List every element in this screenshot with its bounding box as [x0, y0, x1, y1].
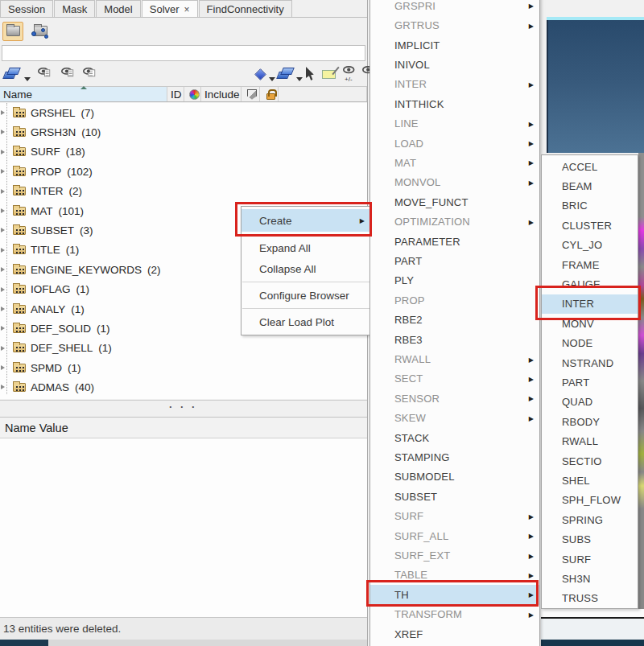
expander-icon[interactable] [1, 267, 5, 272]
th-submenu-item[interactable]: NSTRAND [542, 353, 638, 372]
th-submenu-item[interactable]: SHEL [542, 471, 638, 490]
tree-item[interactable]: INTER (2) [0, 182, 367, 201]
create-submenu-item[interactable]: XREF ▶ [370, 624, 539, 644]
tab[interactable]: Model [96, 0, 140, 17]
create-submenu-item[interactable]: LINE ▶ [370, 113, 539, 133]
th-submenu-item[interactable]: FRAME [542, 255, 638, 274]
create-submenu-item[interactable]: SENSOR ▶ [370, 389, 539, 408]
create-submenu-item[interactable]: STAMPING ▶ [370, 447, 539, 467]
expander-icon[interactable] [1, 365, 5, 370]
eye-folder-icon[interactable] [83, 68, 97, 76]
tree-item[interactable]: ADMAS (40) [0, 377, 367, 397]
tree-item[interactable]: GRSHEL (7) [0, 103, 367, 122]
tree-item[interactable]: SURF (18) [0, 142, 367, 162]
expander-icon[interactable] [1, 326, 5, 331]
create-submenu-item[interactable]: STACK ▶ [370, 428, 539, 447]
create-submenu-item[interactable]: RBE3 ▶ [370, 330, 539, 349]
column-name[interactable]: Name [0, 87, 167, 101]
th-submenu-item[interactable]: SURF [542, 549, 638, 569]
column-state[interactable] [242, 87, 260, 101]
tab-close-icon[interactable]: × [184, 4, 190, 15]
create-submenu-item[interactable]: TABLE ▶ [370, 566, 539, 585]
tab[interactable]: Session [0, 0, 53, 17]
expander-icon[interactable] [1, 307, 5, 311]
folder-view-button[interactable] [2, 22, 23, 41]
expander-icon[interactable] [1, 385, 5, 389]
th-submenu-item[interactable]: BEAM [542, 176, 638, 195]
create-submenu-item[interactable]: SURF_EXT ▶ [370, 545, 539, 565]
expander-icon[interactable] [1, 150, 5, 154]
create-submenu-item[interactable]: PLY ▶ [370, 271, 539, 290]
tab[interactable]: Solver × [142, 0, 198, 17]
filter-input[interactable] [2, 45, 365, 61]
create-submenu-item[interactable]: SECT ▶ [370, 369, 539, 389]
create-submenu-item[interactable]: SUBMODEL ▶ [370, 467, 539, 487]
create-submenu-item[interactable]: SKEW ▶ [370, 409, 539, 428]
th-submenu-item[interactable]: NODE [542, 334, 638, 353]
create-submenu-item[interactable]: IMPLICIT ▶ [370, 35, 539, 55]
column-lock[interactable] [260, 87, 279, 101]
create-submenu-item[interactable]: INIVOL ▶ [370, 55, 539, 74]
th-submenu-item[interactable]: GAUGE [542, 274, 638, 294]
th-submenu-item[interactable]: ACCEL [542, 157, 638, 176]
create-submenu-item[interactable]: TH ▶ [370, 585, 539, 604]
th-submenu-item[interactable]: SPRING [542, 510, 638, 529]
context-menu-item[interactable]: Collapse All ▶ [242, 258, 370, 279]
create-submenu-item[interactable]: MOVE_FUNCT ▶ [370, 192, 539, 212]
connectivity-view-button[interactable] [30, 22, 51, 41]
create-submenu-item[interactable]: SURF ▶ [370, 507, 539, 526]
create-submenu-item[interactable]: RBE2 ▶ [370, 311, 539, 330]
layers-dropdown-icon[interactable] [4, 68, 20, 80]
tab[interactable]: FindConnectivity [199, 0, 292, 17]
expander-icon[interactable] [1, 248, 5, 253]
th-submenu-item[interactable]: TRUSS [542, 589, 638, 608]
context-menu-item[interactable]: Create ▶ [242, 209, 370, 232]
layers-dropdown-icon[interactable] [278, 68, 294, 80]
th-submenu-item[interactable]: SECTIO [542, 451, 638, 471]
context-menu-item[interactable]: Expand All ▶ [242, 237, 370, 258]
create-submenu-item[interactable]: MONVOL ▶ [370, 173, 539, 192]
tab[interactable]: Mask [54, 0, 95, 17]
create-submenu-item[interactable]: SURF_ALL ▶ [370, 526, 539, 545]
dropdown-caret-icon[interactable] [269, 72, 275, 84]
expander-icon[interactable] [1, 228, 5, 232]
context-menu-item[interactable]: Configure Browser ▶ [242, 285, 370, 306]
create-submenu-item[interactable]: INTER ▶ [370, 75, 539, 94]
th-submenu-item[interactable]: PART [542, 372, 638, 392]
th-submenu-item[interactable]: INTER [542, 294, 638, 314]
expander-icon[interactable] [1, 169, 5, 174]
th-submenu-item[interactable]: MONV [542, 314, 638, 333]
create-submenu-item[interactable]: LOAD ▶ [370, 134, 539, 153]
create-submenu-item[interactable]: TRANSFORM ▶ [370, 605, 539, 624]
expander-icon[interactable] [1, 130, 5, 134]
eye-plusminus-icon[interactable]: +/- [343, 66, 357, 75]
column-include[interactable]: Include [201, 87, 242, 101]
column-id[interactable]: ID [167, 87, 184, 101]
create-submenu-item[interactable]: PARAMETER ▶ [370, 232, 539, 251]
note-edit-icon[interactable] [322, 70, 336, 79]
tree-item[interactable]: PROP (102) [0, 162, 367, 181]
graphics-viewport[interactable] [547, 20, 644, 153]
th-submenu-item[interactable]: RWALL [542, 431, 638, 451]
expander-icon[interactable] [1, 346, 5, 351]
create-submenu-item[interactable]: PART ▶ [370, 251, 539, 270]
create-submenu-item[interactable]: GRSPRI ▶ [370, 0, 539, 15]
create-submenu-item[interactable]: OPTIMIZATION ▶ [370, 212, 539, 231]
th-submenu-item[interactable]: CYL_JO [542, 236, 638, 255]
context-menu-item[interactable]: Clear Load Plot ▶ [242, 311, 370, 332]
eye-list-icon[interactable] [38, 68, 52, 76]
th-submenu-item[interactable]: BRIC [542, 196, 638, 216]
create-submenu-item[interactable]: GRTRUS ▶ [370, 15, 539, 35]
tree-item[interactable]: GRSH3N (10) [0, 122, 367, 142]
column-color[interactable] [184, 87, 201, 101]
tree-item[interactable]: DEF_SHELL (1) [0, 339, 367, 358]
create-submenu-item[interactable]: INTTHICK ▶ [370, 94, 539, 113]
panel-splitter[interactable]: · · · [0, 400, 367, 417]
solid-entity-icon[interactable] [255, 69, 266, 80]
create-submenu-item[interactable]: RWALL ▶ [370, 349, 539, 368]
dropdown-caret-icon[interactable] [24, 72, 31, 84]
name-value-body[interactable] [0, 438, 367, 617]
cursor-icon[interactable] [306, 67, 317, 80]
create-submenu-item[interactable]: MAT ▶ [370, 153, 539, 172]
th-submenu-item[interactable]: SH3N [542, 569, 638, 588]
